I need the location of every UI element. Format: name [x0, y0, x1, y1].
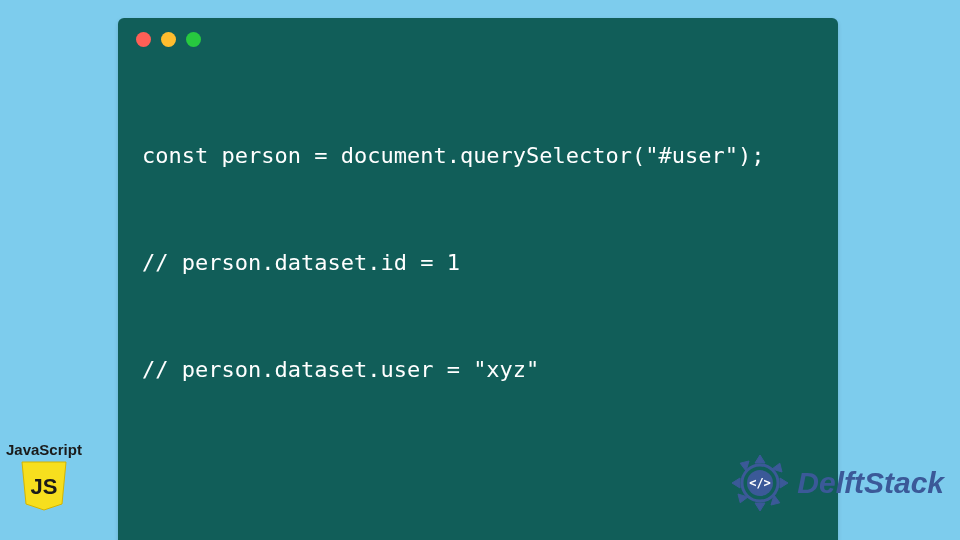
javascript-badge: JavaScript JS [6, 441, 82, 512]
delftstack-mark-icon: </> [729, 452, 791, 514]
svg-text:</>: </> [749, 476, 771, 490]
javascript-label: JavaScript [6, 441, 82, 458]
close-icon [136, 32, 151, 47]
code-line: const person = document.querySelector("#… [142, 138, 814, 174]
code-line: // person.dataset.user = "xyz" [142, 352, 814, 388]
code-line: // person.dataset.id = 1 [142, 245, 814, 281]
minimize-icon [161, 32, 176, 47]
delftstack-logo: </> DelftStack [729, 452, 944, 514]
delftstack-name: DelftStack [797, 466, 944, 500]
javascript-shield-icon: JS [20, 460, 68, 512]
window-titlebar [118, 18, 838, 49]
svg-text:JS: JS [30, 474, 57, 499]
code-line [142, 459, 814, 481]
maximize-icon [186, 32, 201, 47]
